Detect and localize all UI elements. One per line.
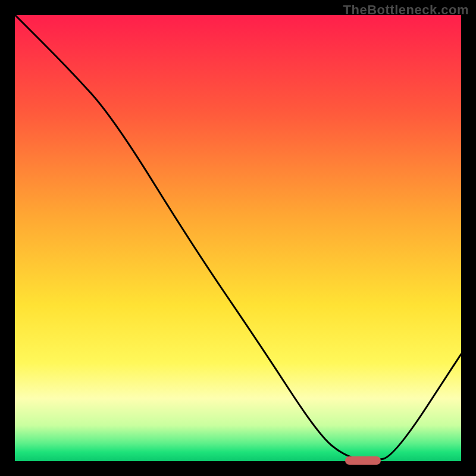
chart-container: TheBottleneck.com [0,0,476,476]
svg-rect-0 [15,15,461,461]
background-gradient [15,15,461,461]
